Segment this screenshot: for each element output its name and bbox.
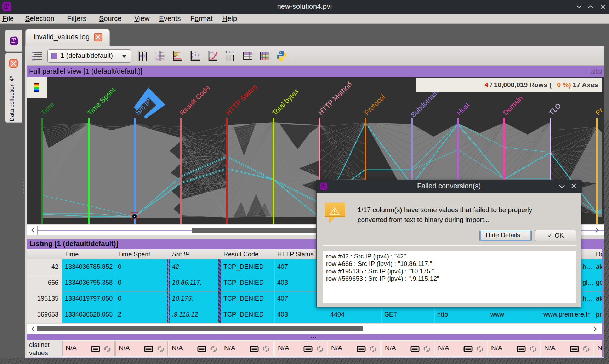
svg-text:TLD: TLD [547,102,562,117]
svg-text:Domain: Domain [501,94,524,117]
svg-text:Protocol: Protocol [363,93,386,116]
svg-text:Total bytes: Total bytes [271,87,300,117]
svg-text:HTTP Status: HTTP Status [224,83,258,117]
svg-text:1 2 3: 1 2 3 [226,50,234,54]
svg-text:Subdomain: Subdomain [409,88,440,119]
svg-text:Host: Host [455,101,471,117]
svg-text:Time: Time [39,100,56,116]
svg-text:Time Spent: Time Spent [86,86,117,117]
svg-text:Port: Port [594,102,602,117]
svg-text:Result Code: Result Code [178,84,211,116]
svg-text:HTTP Method: HTTP Method [317,80,353,117]
